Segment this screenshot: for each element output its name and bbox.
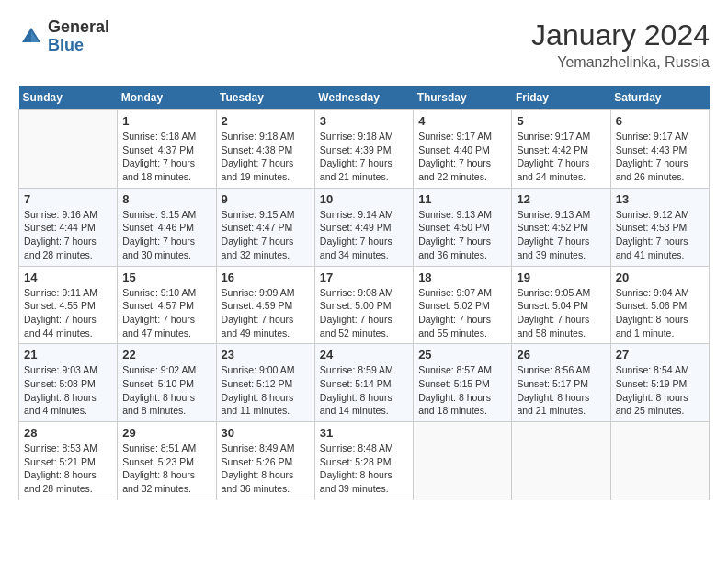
- day-info: Sunrise: 9:07 AM Sunset: 5:02 PM Dayligh…: [418, 286, 506, 340]
- calendar-header-row: SundayMondayTuesdayWednesdayThursdayFrid…: [19, 86, 710, 110]
- calendar-cell: 8Sunrise: 9:15 AM Sunset: 4:46 PM Daylig…: [118, 188, 216, 266]
- calendar-cell: 21Sunrise: 9:03 AM Sunset: 5:08 PM Dayli…: [19, 344, 118, 422]
- calendar-cell: [610, 422, 709, 500]
- calendar-cell: 18Sunrise: 9:07 AM Sunset: 5:02 PM Dayli…: [414, 266, 512, 344]
- calendar-cell: 24Sunrise: 8:59 AM Sunset: 5:14 PM Dayli…: [314, 344, 413, 422]
- location-subtitle: Yemanzhelinka, Russia: [531, 54, 710, 71]
- calendar-cell: 2Sunrise: 9:18 AM Sunset: 4:38 PM Daylig…: [216, 110, 314, 189]
- day-number: 30: [222, 426, 310, 440]
- day-number: 29: [122, 426, 210, 440]
- day-number: 14: [24, 270, 112, 284]
- calendar-cell: 17Sunrise: 9:08 AM Sunset: 5:00 PM Dayli…: [314, 266, 413, 344]
- day-info: Sunrise: 9:08 AM Sunset: 5:00 PM Dayligh…: [320, 286, 408, 340]
- day-number: 28: [24, 426, 112, 440]
- day-info: Sunrise: 9:11 AM Sunset: 4:55 PM Dayligh…: [24, 286, 112, 340]
- day-info: Sunrise: 9:17 AM Sunset: 4:40 PM Dayligh…: [418, 130, 506, 184]
- day-number: 19: [517, 270, 605, 284]
- calendar-cell: 11Sunrise: 9:13 AM Sunset: 4:50 PM Dayli…: [414, 188, 512, 266]
- day-number: 24: [320, 348, 408, 362]
- day-number: 4: [418, 114, 506, 128]
- day-info: Sunrise: 9:18 AM Sunset: 4:39 PM Dayligh…: [320, 130, 408, 184]
- logo-icon: [18, 24, 44, 50]
- day-info: Sunrise: 9:13 AM Sunset: 4:50 PM Dayligh…: [418, 208, 506, 262]
- day-number: 26: [517, 348, 605, 362]
- day-number: 7: [24, 192, 112, 206]
- calendar-cell: 23Sunrise: 9:00 AM Sunset: 5:12 PM Dayli…: [216, 344, 314, 422]
- calendar-table: SundayMondayTuesdayWednesdayThursdayFrid…: [18, 86, 710, 500]
- day-number: 21: [24, 348, 112, 362]
- day-number: 25: [418, 348, 506, 362]
- day-info: Sunrise: 8:53 AM Sunset: 5:21 PM Dayligh…: [24, 442, 112, 496]
- day-number: 12: [517, 192, 605, 206]
- day-info: Sunrise: 8:48 AM Sunset: 5:28 PM Dayligh…: [320, 442, 408, 496]
- calendar-cell: 5Sunrise: 9:17 AM Sunset: 4:42 PM Daylig…: [512, 110, 610, 189]
- day-number: 9: [222, 192, 310, 206]
- day-info: Sunrise: 8:54 AM Sunset: 5:19 PM Dayligh…: [616, 363, 704, 418]
- calendar-cell: [19, 110, 118, 189]
- calendar-header-thursday: Thursday: [414, 86, 512, 110]
- calendar-cell: 27Sunrise: 8:54 AM Sunset: 5:19 PM Dayli…: [610, 344, 709, 422]
- day-info: Sunrise: 9:05 AM Sunset: 5:04 PM Dayligh…: [517, 286, 605, 340]
- calendar-header-friday: Friday: [512, 86, 610, 110]
- logo-blue: Blue: [48, 37, 109, 55]
- day-info: Sunrise: 9:17 AM Sunset: 4:42 PM Dayligh…: [517, 130, 605, 184]
- day-number: 15: [122, 270, 210, 284]
- day-info: Sunrise: 9:03 AM Sunset: 5:08 PM Dayligh…: [24, 363, 112, 418]
- calendar-cell: 7Sunrise: 9:16 AM Sunset: 4:44 PM Daylig…: [19, 188, 118, 266]
- calendar-cell: 25Sunrise: 8:57 AM Sunset: 5:15 PM Dayli…: [414, 344, 512, 422]
- day-info: Sunrise: 9:02 AM Sunset: 5:10 PM Dayligh…: [122, 363, 210, 418]
- calendar-cell: 6Sunrise: 9:17 AM Sunset: 4:43 PM Daylig…: [610, 110, 709, 189]
- calendar-header-monday: Monday: [118, 86, 216, 110]
- day-info: Sunrise: 8:49 AM Sunset: 5:26 PM Dayligh…: [222, 442, 310, 496]
- day-info: Sunrise: 9:15 AM Sunset: 4:46 PM Dayligh…: [122, 208, 210, 262]
- calendar-cell: 19Sunrise: 9:05 AM Sunset: 5:04 PM Dayli…: [512, 266, 610, 344]
- day-number: 1: [122, 114, 210, 128]
- calendar-header-wednesday: Wednesday: [314, 86, 413, 110]
- day-info: Sunrise: 9:14 AM Sunset: 4:49 PM Dayligh…: [320, 208, 408, 262]
- day-number: 6: [616, 114, 704, 128]
- calendar-week-3: 14Sunrise: 9:11 AM Sunset: 4:55 PM Dayli…: [19, 266, 710, 344]
- day-number: 13: [616, 192, 704, 206]
- day-info: Sunrise: 9:09 AM Sunset: 4:59 PM Dayligh…: [222, 286, 310, 340]
- calendar-cell: [414, 422, 512, 500]
- calendar-cell: 3Sunrise: 9:18 AM Sunset: 4:39 PM Daylig…: [314, 110, 413, 189]
- day-number: 16: [222, 270, 310, 284]
- day-number: 17: [320, 270, 408, 284]
- day-info: Sunrise: 9:04 AM Sunset: 5:06 PM Dayligh…: [616, 286, 704, 340]
- day-number: 20: [616, 270, 704, 284]
- calendar-cell: 20Sunrise: 9:04 AM Sunset: 5:06 PM Dayli…: [610, 266, 709, 344]
- day-info: Sunrise: 8:56 AM Sunset: 5:17 PM Dayligh…: [517, 363, 605, 418]
- day-number: 22: [122, 348, 210, 362]
- day-info: Sunrise: 9:18 AM Sunset: 4:37 PM Dayligh…: [122, 130, 210, 184]
- calendar-week-4: 21Sunrise: 9:03 AM Sunset: 5:08 PM Dayli…: [19, 344, 710, 422]
- calendar-header-saturday: Saturday: [610, 86, 709, 110]
- calendar-cell: 13Sunrise: 9:12 AM Sunset: 4:53 PM Dayli…: [610, 188, 709, 266]
- calendar-week-2: 7Sunrise: 9:16 AM Sunset: 4:44 PM Daylig…: [19, 188, 710, 266]
- page-header: General Blue January 2024 Yemanzhelinka,…: [18, 18, 710, 71]
- calendar-cell: 1Sunrise: 9:18 AM Sunset: 4:37 PM Daylig…: [118, 110, 216, 189]
- day-number: 8: [122, 192, 210, 206]
- calendar-cell: 9Sunrise: 9:15 AM Sunset: 4:47 PM Daylig…: [216, 188, 314, 266]
- logo: General Blue: [18, 18, 109, 55]
- month-year-title: January 2024: [531, 18, 710, 52]
- calendar-cell: 4Sunrise: 9:17 AM Sunset: 4:40 PM Daylig…: [414, 110, 512, 189]
- day-info: Sunrise: 9:17 AM Sunset: 4:43 PM Dayligh…: [616, 130, 704, 184]
- calendar-cell: 29Sunrise: 8:51 AM Sunset: 5:23 PM Dayli…: [118, 422, 216, 500]
- calendar-cell: 14Sunrise: 9:11 AM Sunset: 4:55 PM Dayli…: [19, 266, 118, 344]
- logo-general: General: [48, 18, 109, 37]
- calendar-cell: 15Sunrise: 9:10 AM Sunset: 4:57 PM Dayli…: [118, 266, 216, 344]
- day-info: Sunrise: 8:51 AM Sunset: 5:23 PM Dayligh…: [122, 442, 210, 496]
- day-number: 18: [418, 270, 506, 284]
- day-number: 10: [320, 192, 408, 206]
- calendar-cell: 12Sunrise: 9:13 AM Sunset: 4:52 PM Dayli…: [512, 188, 610, 266]
- day-number: 31: [320, 426, 408, 440]
- title-block: January 2024 Yemanzhelinka, Russia: [531, 18, 710, 71]
- day-info: Sunrise: 9:15 AM Sunset: 4:47 PM Dayligh…: [222, 208, 310, 262]
- calendar-header-tuesday: Tuesday: [216, 86, 314, 110]
- day-info: Sunrise: 9:16 AM Sunset: 4:44 PM Dayligh…: [24, 208, 112, 262]
- calendar-cell: 31Sunrise: 8:48 AM Sunset: 5:28 PM Dayli…: [314, 422, 413, 500]
- day-info: Sunrise: 9:13 AM Sunset: 4:52 PM Dayligh…: [517, 208, 605, 262]
- calendar-cell: 16Sunrise: 9:09 AM Sunset: 4:59 PM Dayli…: [216, 266, 314, 344]
- day-number: 27: [616, 348, 704, 362]
- day-info: Sunrise: 8:59 AM Sunset: 5:14 PM Dayligh…: [320, 363, 408, 418]
